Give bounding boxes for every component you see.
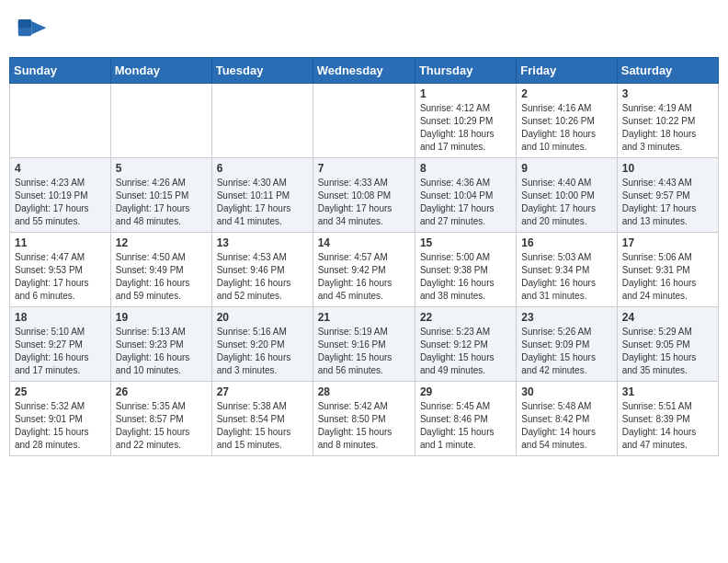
calendar-cell: 27Sunrise: 5:38 AM Sunset: 8:54 PM Dayli… [211, 382, 313, 456]
calendar-cell: 21Sunrise: 5:19 AM Sunset: 9:16 PM Dayli… [313, 307, 415, 382]
day-info: Sunrise: 4:26 AM Sunset: 10:15 PM Daylig… [116, 177, 207, 228]
day-info: Sunrise: 5:42 AM Sunset: 8:50 PM Dayligh… [318, 400, 410, 452]
day-info: Sunrise: 4:36 AM Sunset: 10:04 PM Daylig… [420, 177, 511, 228]
day-info: Sunrise: 5:26 AM Sunset: 9:09 PM Dayligh… [521, 326, 611, 377]
calendar-cell: 17Sunrise: 5:06 AM Sunset: 9:31 PM Dayli… [617, 233, 718, 307]
day-info: Sunrise: 5:16 AM Sunset: 9:20 PM Dayligh… [217, 326, 308, 377]
calendar-cell: 15Sunrise: 5:00 AM Sunset: 9:38 PM Dayli… [415, 233, 516, 307]
day-number: 17 [622, 236, 713, 249]
day-info: Sunrise: 4:19 AM Sunset: 10:22 PM Daylig… [622, 102, 713, 154]
day-number: 12 [116, 236, 207, 249]
calendar-cell: 19Sunrise: 5:13 AM Sunset: 9:23 PM Dayli… [110, 307, 211, 382]
calendar-cell: 26Sunrise: 5:35 AM Sunset: 8:57 PM Dayli… [110, 382, 211, 456]
calendar-cell: 18Sunrise: 5:10 AM Sunset: 9:27 PM Dayli… [10, 307, 111, 382]
day-number: 27 [217, 385, 308, 398]
calendar-cell: 9Sunrise: 4:40 AM Sunset: 10:00 PM Dayli… [517, 158, 617, 233]
day-info: Sunrise: 4:23 AM Sunset: 10:19 PM Daylig… [15, 177, 106, 228]
day-number: 23 [521, 311, 611, 324]
day-number: 31 [622, 385, 713, 398]
calendar-cell: 24Sunrise: 5:29 AM Sunset: 9:05 PM Dayli… [617, 307, 718, 382]
day-header-wednesday: Wednesday [313, 58, 415, 84]
day-number: 13 [217, 236, 308, 249]
day-info: Sunrise: 4:50 AM Sunset: 9:49 PM Dayligh… [116, 251, 207, 303]
day-header-saturday: Saturday [617, 58, 718, 84]
day-info: Sunrise: 4:30 AM Sunset: 10:11 PM Daylig… [217, 177, 308, 228]
day-info: Sunrise: 5:03 AM Sunset: 9:34 PM Dayligh… [521, 251, 611, 303]
day-number: 7 [318, 162, 410, 175]
calendar-week-row: 1Sunrise: 4:12 AM Sunset: 10:29 PM Dayli… [10, 84, 719, 158]
day-info: Sunrise: 4:40 AM Sunset: 10:00 PM Daylig… [521, 177, 611, 228]
day-number: 20 [217, 311, 308, 324]
day-info: Sunrise: 4:47 AM Sunset: 9:53 PM Dayligh… [15, 251, 106, 303]
calendar-cell: 20Sunrise: 5:16 AM Sunset: 9:20 PM Dayli… [211, 307, 313, 382]
calendar-cell: 1Sunrise: 4:12 AM Sunset: 10:29 PM Dayli… [415, 84, 516, 158]
logo [17, 13, 53, 46]
day-info: Sunrise: 5:00 AM Sunset: 9:38 PM Dayligh… [420, 251, 511, 303]
day-info: Sunrise: 5:35 AM Sunset: 8:57 PM Dayligh… [116, 400, 207, 452]
calendar-cell: 6Sunrise: 4:30 AM Sunset: 10:11 PM Dayli… [211, 158, 313, 233]
calendar-cell: 10Sunrise: 4:43 AM Sunset: 9:57 PM Dayli… [617, 158, 718, 233]
calendar-week-row: 4Sunrise: 4:23 AM Sunset: 10:19 PM Dayli… [10, 158, 719, 233]
day-info: Sunrise: 5:19 AM Sunset: 9:16 PM Dayligh… [318, 326, 410, 377]
day-number: 6 [217, 162, 308, 175]
calendar-cell: 29Sunrise: 5:45 AM Sunset: 8:46 PM Dayli… [415, 382, 516, 456]
day-number: 3 [622, 87, 713, 100]
day-number: 28 [318, 385, 410, 398]
calendar-cell: 22Sunrise: 5:23 AM Sunset: 9:12 PM Dayli… [415, 307, 516, 382]
day-number: 10 [622, 162, 713, 175]
calendar-table: SundayMondayTuesdayWednesdayThursdayFrid… [9, 57, 719, 456]
logo-icon [17, 13, 50, 46]
day-info: Sunrise: 5:06 AM Sunset: 9:31 PM Dayligh… [622, 251, 713, 303]
day-info: Sunrise: 4:33 AM Sunset: 10:08 PM Daylig… [318, 177, 410, 228]
calendar-cell: 11Sunrise: 4:47 AM Sunset: 9:53 PM Dayli… [10, 233, 111, 307]
day-number: 14 [318, 236, 410, 249]
day-info: Sunrise: 5:29 AM Sunset: 9:05 PM Dayligh… [622, 326, 713, 377]
calendar-cell: 14Sunrise: 4:57 AM Sunset: 9:42 PM Dayli… [313, 233, 415, 307]
calendar-cell [313, 84, 415, 158]
calendar-cell: 4Sunrise: 4:23 AM Sunset: 10:19 PM Dayli… [10, 158, 111, 233]
calendar-cell: 31Sunrise: 5:51 AM Sunset: 8:39 PM Dayli… [617, 382, 718, 456]
day-number: 2 [521, 87, 611, 100]
day-number: 5 [116, 162, 207, 175]
day-number: 19 [116, 311, 207, 324]
calendar-cell: 3Sunrise: 4:19 AM Sunset: 10:22 PM Dayli… [617, 84, 718, 158]
day-number: 29 [420, 385, 511, 398]
day-number: 1 [420, 87, 511, 100]
calendar-cell: 30Sunrise: 5:48 AM Sunset: 8:42 PM Dayli… [517, 382, 617, 456]
calendar-cell: 8Sunrise: 4:36 AM Sunset: 10:04 PM Dayli… [415, 158, 516, 233]
day-info: Sunrise: 5:45 AM Sunset: 8:46 PM Dayligh… [420, 400, 511, 452]
day-header-monday: Monday [110, 58, 211, 84]
day-info: Sunrise: 5:32 AM Sunset: 9:01 PM Dayligh… [15, 400, 106, 452]
svg-rect-2 [18, 19, 31, 28]
day-number: 11 [15, 236, 106, 249]
day-number: 9 [521, 162, 611, 175]
calendar-week-row: 25Sunrise: 5:32 AM Sunset: 9:01 PM Dayli… [10, 382, 719, 456]
calendar-cell: 16Sunrise: 5:03 AM Sunset: 9:34 PM Dayli… [517, 233, 617, 307]
calendar-cell [10, 84, 111, 158]
day-number: 15 [420, 236, 511, 249]
calendar-cell: 7Sunrise: 4:33 AM Sunset: 10:08 PM Dayli… [313, 158, 415, 233]
calendar-header-row: SundayMondayTuesdayWednesdayThursdayFrid… [10, 58, 719, 84]
day-info: Sunrise: 4:16 AM Sunset: 10:26 PM Daylig… [521, 102, 611, 154]
day-info: Sunrise: 5:51 AM Sunset: 8:39 PM Dayligh… [622, 400, 713, 452]
day-info: Sunrise: 5:23 AM Sunset: 9:12 PM Dayligh… [420, 326, 511, 377]
day-info: Sunrise: 5:10 AM Sunset: 9:27 PM Dayligh… [15, 326, 106, 377]
day-info: Sunrise: 5:38 AM Sunset: 8:54 PM Dayligh… [217, 400, 308, 452]
calendar-cell: 5Sunrise: 4:26 AM Sunset: 10:15 PM Dayli… [110, 158, 211, 233]
day-number: 4 [15, 162, 106, 175]
day-number: 24 [622, 311, 713, 324]
day-info: Sunrise: 5:13 AM Sunset: 9:23 PM Dayligh… [116, 326, 207, 377]
calendar-cell: 23Sunrise: 5:26 AM Sunset: 9:09 PM Dayli… [517, 307, 617, 382]
header [9, 9, 719, 50]
calendar-cell: 25Sunrise: 5:32 AM Sunset: 9:01 PM Dayli… [10, 382, 111, 456]
calendar-cell: 2Sunrise: 4:16 AM Sunset: 10:26 PM Dayli… [517, 84, 617, 158]
day-header-thursday: Thursday [415, 58, 516, 84]
calendar-cell [110, 84, 211, 158]
day-number: 30 [521, 385, 611, 398]
calendar-week-row: 18Sunrise: 5:10 AM Sunset: 9:27 PM Dayli… [10, 307, 719, 382]
svg-marker-1 [31, 21, 46, 34]
day-info: Sunrise: 4:12 AM Sunset: 10:29 PM Daylig… [420, 102, 511, 154]
calendar-cell: 13Sunrise: 4:53 AM Sunset: 9:46 PM Dayli… [211, 233, 313, 307]
day-info: Sunrise: 4:53 AM Sunset: 9:46 PM Dayligh… [217, 251, 308, 303]
day-number: 21 [318, 311, 410, 324]
